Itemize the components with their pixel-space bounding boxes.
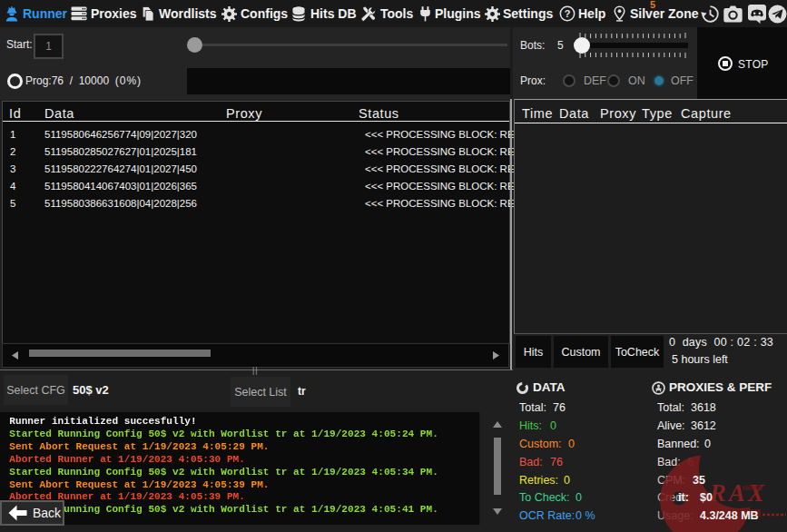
svg-text:RAX: RAX: [709, 479, 767, 507]
svg-text:?: ?: [565, 8, 571, 19]
